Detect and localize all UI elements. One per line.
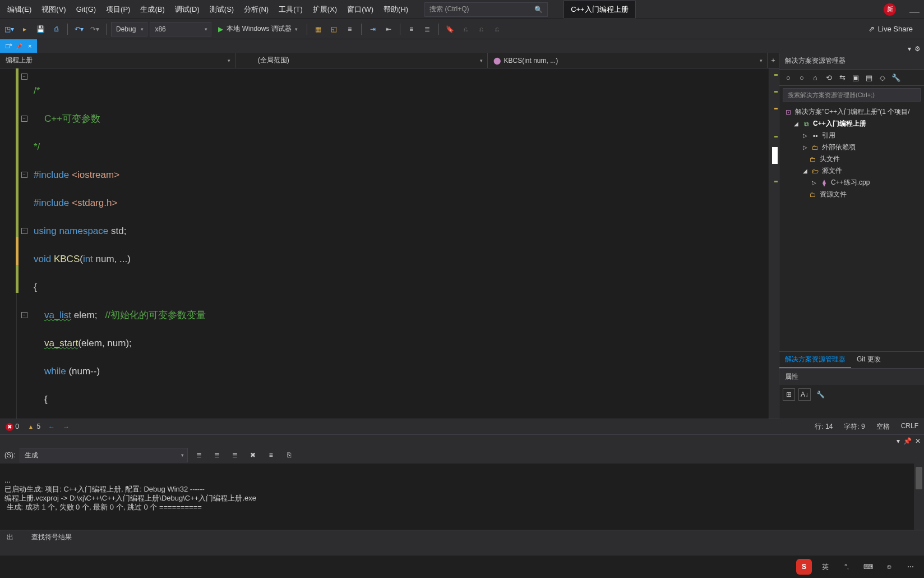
status-line[interactable]: 行: 14 [815, 422, 833, 432]
menu-window[interactable]: 窗口(W) [342, 1, 378, 18]
open-file-icon[interactable]: ▸ [18, 22, 31, 36]
output-tab-find-symbol[interactable]: 查找符号结果 [27, 530, 76, 544]
home-icon[interactable]: ⌂ [810, 72, 821, 83]
tb-icon-10[interactable]: ⎌ [491, 22, 504, 36]
menu-help[interactable]: 帮助(H) [378, 1, 413, 18]
wrap-icon[interactable]: ≡ [264, 448, 278, 462]
liveshare-button[interactable]: ⇗ Live Share [868, 25, 913, 33]
categorize-icon[interactable]: ⊞ [783, 388, 795, 401]
output-icon-4[interactable]: ⎘ [282, 448, 295, 462]
collapse-icon[interactable]: ⇆ [837, 72, 848, 83]
expand-arrow-icon[interactable]: ▷ [811, 180, 817, 186]
tb-icon-9[interactable]: ⎌ [475, 22, 488, 36]
ime-emoji-icon[interactable]: ☺ [881, 559, 897, 575]
status-eol[interactable]: CRLF [901, 422, 918, 432]
tab-solution-explorer[interactable]: 解决方案资源管理器 [779, 352, 851, 368]
tree-external-deps[interactable]: ▷ 🗀 外部依赖项 [779, 141, 924, 153]
output-text[interactable]: ... 已启动生成: 项目: C++入门编程上册, 配置: Debug Win3… [0, 464, 924, 530]
status-indent[interactable]: 空格 [876, 422, 890, 432]
menu-git[interactable]: Git(G) [71, 2, 101, 17]
tb-icon-1[interactable]: ▦ [312, 22, 325, 36]
config-dropdown[interactable]: Debug [111, 22, 147, 36]
tree-header-files[interactable]: 🗀 头文件 [779, 153, 924, 165]
wrench-icon[interactable]: 🔧 [890, 72, 902, 83]
nav-forward-icon[interactable]: → [63, 423, 70, 431]
code-content[interactable]: /* C++可变参数 */ #include <iostream> #inclu… [31, 68, 769, 419]
menu-extensions[interactable]: 扩展(X) [308, 1, 342, 18]
settings-icon[interactable]: ⚙ [914, 45, 921, 53]
expand-arrow-icon[interactable]: ◢ [802, 168, 808, 174]
menu-tools[interactable]: 工具(T) [274, 1, 308, 18]
nav-dropdown-file[interactable]: 编程上册 [0, 53, 235, 68]
wrench-icon[interactable]: 🔧 [814, 388, 826, 401]
ime-lang[interactable]: 英 [817, 559, 833, 575]
tree-references[interactable]: ▷ ▪▪ 引用 [779, 130, 924, 141]
tree-resource-files[interactable]: 🗀 资源文件 [779, 189, 924, 200]
nav-dropdown-symbol[interactable]: ⬤ KBCS(int num, ...) [488, 53, 768, 68]
pin-icon[interactable]: 📌 [16, 43, 22, 49]
platform-dropdown[interactable]: x86 [150, 22, 211, 36]
bookmark-icon[interactable]: 🔖 [443, 22, 457, 36]
alphabetize-icon[interactable]: A↓ [798, 388, 811, 401]
new-badge[interactable]: 新 [884, 3, 896, 16]
menu-project[interactable]: 项目(P) [101, 1, 135, 18]
output-icon-3[interactable]: ≣ [228, 448, 242, 462]
fold-toggle[interactable]: − [21, 116, 27, 122]
tree-source-file[interactable]: ▷ ⧫ C++练习.cpp [779, 177, 924, 189]
tree-source-files[interactable]: ◢ 🗁 源文件 [779, 165, 924, 177]
output-scrollbar[interactable] [914, 464, 924, 530]
solution-search-input[interactable]: 搜索解决方案资源管理器(Ctrl+;) [783, 88, 921, 102]
ime-punct-icon[interactable]: °, [839, 559, 854, 575]
expand-arrow-icon[interactable]: ◢ [793, 121, 800, 127]
output-icon-2[interactable]: ≣ [210, 448, 224, 462]
new-file-icon[interactable]: ◳▾ [2, 22, 16, 36]
fold-toggle[interactable]: − [21, 312, 27, 318]
tb-icon-7[interactable]: ≣ [421, 22, 434, 36]
output-source-dropdown[interactable]: 生成 [20, 448, 188, 462]
editor-tab-active[interactable]: □* 📌 × [0, 39, 37, 53]
minimize-button[interactable]: — [909, 6, 920, 17]
quick-search-input[interactable]: 搜索 (Ctrl+Q) 🔍 [424, 2, 548, 17]
project-title-button[interactable]: C++入门编程上册 [563, 1, 636, 19]
error-count[interactable]: ✖ 0 [6, 423, 19, 431]
tb-icon-3[interactable]: ≡ [343, 22, 357, 36]
pin-icon[interactable]: 📌 [903, 437, 912, 445]
tb-icon-4[interactable]: ⇥ [366, 22, 380, 36]
back-icon[interactable]: ○ [783, 72, 794, 83]
tb-icon-5[interactable]: ⇤ [382, 22, 395, 36]
ime-keyboard-icon[interactable]: ⌨ [860, 559, 876, 575]
ime-sogou-icon[interactable]: S [796, 559, 812, 575]
nav-dropdown-scope[interactable]: (全局范围) [235, 53, 488, 68]
close-icon[interactable]: ✕ [915, 437, 921, 445]
tree-solution-root[interactable]: ⊡ 解决方案"C++入门编程上册"(1 个项目/ [779, 106, 924, 118]
fold-toggle[interactable]: − [21, 74, 27, 80]
tree-project[interactable]: ◢ ⧉ C++入门编程上册 [779, 118, 924, 130]
save-all-icon[interactable]: ⎙ [49, 22, 63, 36]
warning-count[interactable]: ▲ 5 [27, 423, 40, 431]
menu-edit[interactable]: 编辑(E) [2, 1, 36, 18]
preview-icon[interactable]: ◇ [877, 72, 888, 83]
editor-scrollbar[interactable] [769, 68, 779, 419]
output-icon-1[interactable]: ≣ [192, 448, 206, 462]
ime-menu-icon[interactable]: ⋯ [903, 559, 918, 575]
output-tab-out[interactable]: 出 [2, 530, 18, 544]
tb-icon-6[interactable]: ≡ [405, 22, 418, 36]
menu-debug[interactable]: 调试(D) [170, 1, 205, 18]
status-col[interactable]: 字符: 9 [844, 422, 865, 432]
dropdown-icon[interactable]: ▾ [897, 437, 900, 445]
tab-git-changes[interactable]: Git 更改 [851, 352, 886, 368]
sync-icon[interactable]: ⟲ [823, 72, 834, 83]
menu-view[interactable]: 视图(V) [36, 1, 71, 18]
menu-test[interactable]: 测试(S) [205, 1, 239, 18]
nav-back-icon[interactable]: ← [48, 423, 55, 431]
close-icon[interactable]: × [28, 43, 31, 49]
code-editor[interactable]: − − − − − /* C++可变参数 */ #include <iostre… [0, 68, 779, 419]
menu-analyze[interactable]: 分析(N) [239, 1, 274, 18]
menu-build[interactable]: 生成(B) [135, 1, 169, 18]
undo-icon[interactable]: ↶▾ [72, 22, 86, 36]
expand-arrow-icon[interactable]: ▷ [802, 144, 808, 150]
fold-toggle[interactable]: − [21, 228, 27, 234]
tab-overflow-icon[interactable]: ▾ [908, 45, 911, 53]
fold-toggle[interactable]: − [21, 172, 27, 178]
clear-icon[interactable]: ✖ [246, 448, 260, 462]
